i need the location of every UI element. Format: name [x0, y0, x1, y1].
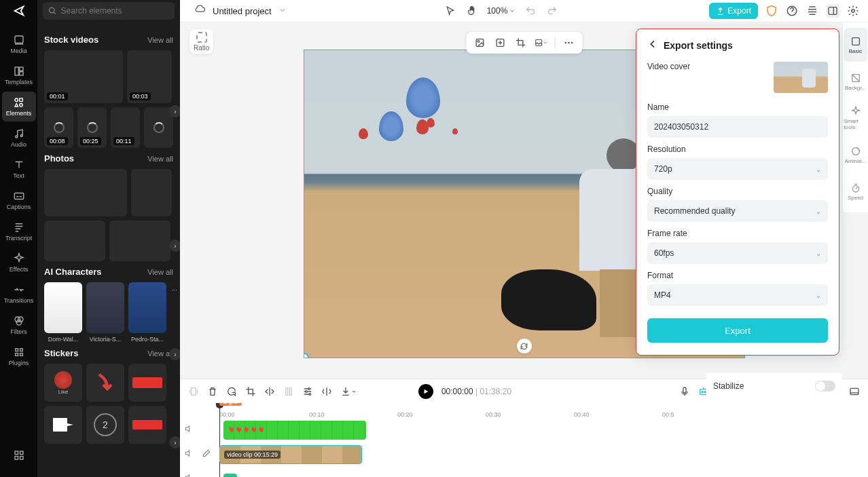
- stock-thumb[interactable]: 00:03: [127, 50, 172, 103]
- photo-thumb[interactable]: [44, 169, 127, 216]
- view-all-photos[interactable]: View all: [147, 155, 173, 163]
- sticker-like[interactable]: Like: [44, 364, 82, 402]
- audio-clip[interactable]: [223, 474, 237, 477]
- canvas-trim-handle[interactable]: [304, 353, 309, 358]
- rail-filters[interactable]: Filters: [2, 310, 36, 340]
- name-input[interactable]: [647, 116, 828, 138]
- rail-plugins[interactable]: Plugins: [2, 341, 36, 371]
- ai-char-item[interactable]: Dom-Wal...: [44, 282, 82, 343]
- settings-gear-icon[interactable]: [846, 4, 860, 18]
- scroll-right-icon[interactable]: ›: [169, 105, 180, 117]
- add-media-icon[interactable]: [493, 36, 507, 50]
- ratio-button[interactable]: Ratio: [189, 29, 213, 54]
- effects-clip[interactable]: 🎈🎈🎈🎈🎈: [223, 421, 366, 440]
- zoom-percent[interactable]: 100%: [487, 6, 516, 16]
- dog-graphic: [501, 269, 596, 330]
- chevron-down-icon[interactable]: [278, 5, 287, 17]
- crop-timeline-icon[interactable]: [245, 386, 256, 397]
- rail-effects[interactable]: Effects: [2, 248, 36, 278]
- rail-audio[interactable]: Audio: [2, 123, 36, 153]
- ai-char-item[interactable]: ...: [170, 282, 179, 343]
- track-mute-icon[interactable]: [184, 424, 198, 436]
- timeline-tracks[interactable]: 1 gre 00:00 00:10 00:20 00:30 00:40 00:5…: [180, 403, 868, 477]
- play-button[interactable]: [418, 384, 433, 399]
- rail-media[interactable]: Media: [2, 29, 36, 59]
- track-mute-icon[interactable]: [184, 473, 198, 477]
- stabilize-toggle[interactable]: [815, 381, 835, 392]
- image-swap-icon[interactable]: [534, 36, 547, 50]
- photo-thumb[interactable]: [109, 221, 170, 261]
- stock-thumb[interactable]: 00:25: [77, 107, 107, 148]
- framerate-select[interactable]: 60fps⌄: [647, 242, 828, 264]
- shield-icon[interactable]: [765, 4, 778, 18]
- rail-transcript[interactable]: Transcript: [2, 216, 36, 246]
- search-elements-input[interactable]: [43, 2, 175, 20]
- video-cover-thumb[interactable]: [774, 62, 828, 93]
- export-button-top[interactable]: Export: [709, 3, 758, 19]
- selection-tool-icon[interactable]: [188, 386, 199, 397]
- stock-thumb[interactable]: 00:01: [44, 50, 123, 103]
- sticker-countdown[interactable]: 2: [86, 406, 124, 444]
- sticker-point[interactable]: [44, 406, 82, 444]
- pointer-tool-icon[interactable]: [444, 4, 457, 18]
- format-select[interactable]: MP4⌄: [647, 284, 828, 306]
- side-tab-basic[interactable]: Basic: [844, 28, 867, 62]
- sticker-arrow[interactable]: [86, 364, 124, 402]
- hand-tool-icon[interactable]: [465, 4, 479, 18]
- rail-more-icon[interactable]: [2, 440, 36, 470]
- video-clip[interactable]: video clip 00:15:29: [219, 445, 362, 464]
- view-all-ai[interactable]: View all: [147, 268, 173, 276]
- more-icon[interactable]: [562, 36, 575, 50]
- crop-icon[interactable]: [513, 36, 527, 50]
- playhead[interactable]: [219, 403, 220, 477]
- mirror-icon[interactable]: [264, 386, 275, 397]
- rail-templates[interactable]: Templates: [2, 60, 36, 90]
- quality-select[interactable]: Recommended quality⌄: [647, 200, 828, 222]
- rotate-icon[interactable]: [226, 386, 237, 397]
- queue-icon[interactable]: [806, 4, 819, 18]
- track-mute-icon[interactable]: [184, 449, 198, 461]
- stock-thumb[interactable]: 00:08: [44, 107, 73, 148]
- stock-thumb[interactable]: 00:11: [111, 107, 140, 148]
- freeze-icon[interactable]: [283, 386, 294, 397]
- layout-icon[interactable]: [849, 386, 860, 397]
- rail-elements[interactable]: Elements: [2, 92, 36, 121]
- undo-icon[interactable]: [524, 4, 537, 18]
- adjust-icon[interactable]: [302, 386, 313, 397]
- scroll-right-icon[interactable]: ›: [169, 348, 180, 360]
- side-tab-speed[interactable]: Speed: [844, 174, 867, 208]
- delete-icon[interactable]: [207, 386, 218, 397]
- search-field[interactable]: [61, 6, 169, 16]
- photo-thumb[interactable]: [44, 221, 105, 261]
- side-tab-animation[interactable]: Animat...: [844, 138, 867, 172]
- rail-captions[interactable]: Captions: [2, 185, 36, 215]
- download-icon[interactable]: [340, 386, 357, 397]
- panel-toggle-icon[interactable]: [826, 4, 839, 18]
- marker-label[interactable]: 1 gre: [219, 403, 242, 406]
- side-tab-smart-tools[interactable]: Smart tools: [844, 101, 867, 135]
- export-button[interactable]: Export: [647, 318, 828, 343]
- scroll-right-icon[interactable]: ›: [169, 436, 180, 449]
- split-icon[interactable]: [321, 386, 332, 397]
- ai-char-item[interactable]: Victoria-S...: [86, 282, 124, 343]
- view-all-stock[interactable]: View all: [147, 36, 173, 44]
- replace-icon[interactable]: [473, 36, 486, 50]
- timeline-ruler[interactable]: 00:00 00:10 00:20 00:30 00:40 00:5: [180, 404, 868, 418]
- redo-icon[interactable]: [545, 4, 559, 18]
- back-icon[interactable]: [647, 39, 658, 52]
- rail-transitions[interactable]: Transitions: [2, 279, 36, 309]
- project-title[interactable]: Untitled project: [213, 6, 272, 16]
- sticker-follow[interactable]: [128, 406, 166, 444]
- scroll-right-icon[interactable]: ›: [169, 240, 180, 252]
- app-logo[interactable]: [0, 0, 37, 22]
- photo-thumb[interactable]: [131, 169, 172, 216]
- refresh-canvas-icon[interactable]: [517, 339, 532, 354]
- sticker-subscribe[interactable]: [128, 364, 166, 402]
- side-tab-background[interactable]: Backgr...: [844, 64, 867, 98]
- time-display: 00:00:00 | 01:38:20: [441, 387, 511, 396]
- resolution-select[interactable]: 720p⌄: [647, 158, 828, 180]
- mic-icon[interactable]: [679, 386, 690, 397]
- track-edit-icon[interactable]: [202, 449, 215, 461]
- help-icon[interactable]: [785, 4, 799, 18]
- rail-text[interactable]: Text: [2, 154, 36, 184]
